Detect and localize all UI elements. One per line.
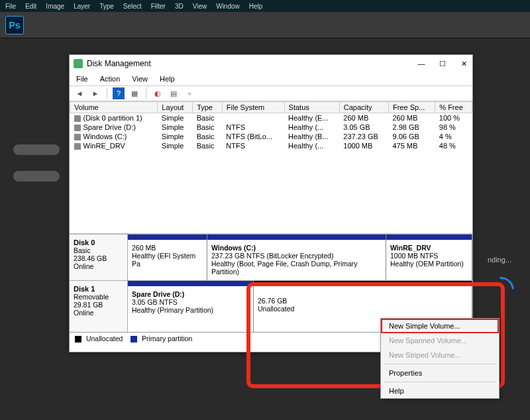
col-layout[interactable]: Layout	[158, 102, 193, 113]
partition-bar-icon	[207, 235, 386, 240]
legend-primary-label: Primary partition	[142, 335, 192, 342]
minimize-button[interactable]: —	[417, 60, 426, 68]
close-button[interactable]: ✕	[459, 60, 468, 68]
partition-bar-icon	[254, 281, 472, 286]
help-icon[interactable]: ▫	[184, 87, 195, 99]
partition-windows-c[interactable]: Windows (C:) 237.23 GB NTFS (BitLocker E…	[207, 235, 386, 280]
col-volume[interactable]: Volume	[70, 102, 158, 113]
ps-menu-type[interactable]: Type	[99, 3, 114, 10]
ps-menu-filter[interactable]: Filter	[151, 3, 166, 10]
ctx-new-simple-volume[interactable]: New Simple Volume...	[381, 319, 499, 333]
disk-1-label[interactable]: Disk 1 Removable 29.81 GB Online	[70, 281, 128, 332]
menu-view[interactable]: View	[132, 75, 148, 83]
sidebar-pill	[13, 171, 60, 182]
disk-row-0: Disk 0 Basic 238.46 GB Online 260 MB Hea…	[70, 234, 472, 280]
ps-menu-select[interactable]: Select	[123, 3, 142, 10]
ps-menu-edit[interactable]: Edit	[25, 3, 36, 10]
partition-bar-icon	[128, 235, 207, 240]
refresh-icon[interactable]: ?	[113, 87, 125, 99]
partition-spare-drive-d[interactable]: Spare Drive (D:) 3.05 GB NTFS Healthy (P…	[128, 281, 254, 332]
partition-efi[interactable]: 260 MB Healthy (EFI System Pa	[128, 235, 207, 280]
col-type[interactable]: Type	[193, 102, 223, 113]
legend-primary-icon	[131, 336, 137, 342]
col-status[interactable]: Status	[284, 102, 339, 113]
photoshop-menubar: File Edit Image Layer Type Select Filter…	[0, 0, 530, 12]
window-title: Disk Management	[87, 59, 151, 68]
photoshop-logo-row: Ps	[0, 12, 530, 38]
col-pctfree[interactable]: % Free	[435, 102, 472, 113]
disk-map: Disk 0 Basic 238.46 GB Online 260 MB Hea…	[70, 234, 472, 332]
ctx-new-striped-volume: New Striped Volume...	[381, 348, 499, 362]
volume-icon	[74, 134, 81, 140]
partition-bar-icon	[386, 235, 472, 240]
menu-file[interactable]: File	[76, 75, 88, 83]
disk-management-icon	[74, 59, 83, 68]
partition-bar-icon	[128, 281, 253, 286]
ctx-help[interactable]: Help	[381, 384, 499, 398]
toolbar-separator	[107, 88, 107, 99]
partition-winre[interactable]: WinRE_DRV 1000 MB NTFS Healthy (OEM Part…	[386, 235, 472, 280]
photoshop-sidebar	[13, 144, 60, 182]
back-icon[interactable]: ◄	[74, 87, 85, 99]
volume-icon	[74, 115, 81, 122]
ps-menu-view[interactable]: View	[193, 3, 207, 10]
menu-action[interactable]: Action	[100, 75, 121, 83]
col-free[interactable]: Free Sp...	[388, 102, 435, 113]
ctx-properties[interactable]: Properties	[381, 366, 499, 380]
legend-unallocated-label: Unallocated	[86, 335, 123, 342]
ps-menu-file[interactable]: File	[5, 3, 16, 10]
volume-icon	[74, 125, 81, 131]
dm-toolbar: ◄ ► ? ▦ ◐ ▤ ▫	[70, 85, 472, 101]
table-row[interactable]: (Disk 0 partition 1) SimpleBasic Healthy…	[70, 113, 472, 123]
table-row[interactable]: Spare Drive (D:) SimpleBasicNTFS Healthy…	[70, 123, 472, 132]
forward-icon[interactable]: ►	[89, 87, 101, 99]
ctx-separator	[384, 364, 496, 364]
toolbar-separator	[146, 88, 146, 99]
table-row[interactable]: Windows (C:) SimpleBasicNTFS (BitLo... H…	[70, 132, 472, 141]
ps-menu-help[interactable]: Help	[249, 3, 263, 10]
ctx-separator	[384, 382, 496, 382]
ps-menu-3d[interactable]: 3D	[175, 3, 184, 10]
properties-icon[interactable]: ▦	[129, 87, 140, 99]
loading-text: nding...	[488, 256, 511, 264]
photoshop-logo-icon: Ps	[5, 16, 24, 34]
volume-icon	[74, 143, 81, 150]
col-filesystem[interactable]: File System	[222, 102, 284, 113]
ps-menu-layer[interactable]: Layer	[74, 3, 90, 10]
loading-spinner-icon	[482, 272, 519, 309]
maximize-button[interactable]: ☐	[438, 60, 447, 68]
ps-menu-window[interactable]: Window	[216, 3, 240, 10]
ps-menu-image[interactable]: Image	[46, 3, 64, 10]
sidebar-pill	[13, 144, 60, 155]
menu-help[interactable]: Help	[160, 75, 175, 83]
ctx-new-spanned-volume: New Spanned Volume...	[381, 333, 499, 348]
disk-0-label[interactable]: Disk 0 Basic 238.46 GB Online	[70, 235, 128, 280]
disk-management-window: Disk Management — ☐ ✕ File Action View H…	[69, 54, 473, 352]
table-row[interactable]: WinRE_DRV SimpleBasicNTFS Healthy (...10…	[70, 141, 472, 150]
context-menu: New Simple Volume... New Spanned Volume.…	[380, 318, 500, 399]
table-header-row: Volume Layout Type File System Status Ca…	[70, 102, 472, 113]
window-titlebar[interactable]: Disk Management — ☐ ✕	[70, 55, 472, 72]
legend-unallocated-icon	[75, 336, 81, 342]
dm-menubar: File Action View Help	[70, 72, 472, 85]
settings-icon[interactable]: ◐	[152, 87, 164, 99]
list-icon[interactable]: ▤	[168, 87, 180, 99]
volume-table[interactable]: Volume Layout Type File System Status Ca…	[70, 101, 472, 234]
col-capacity[interactable]: Capacity	[339, 102, 388, 113]
